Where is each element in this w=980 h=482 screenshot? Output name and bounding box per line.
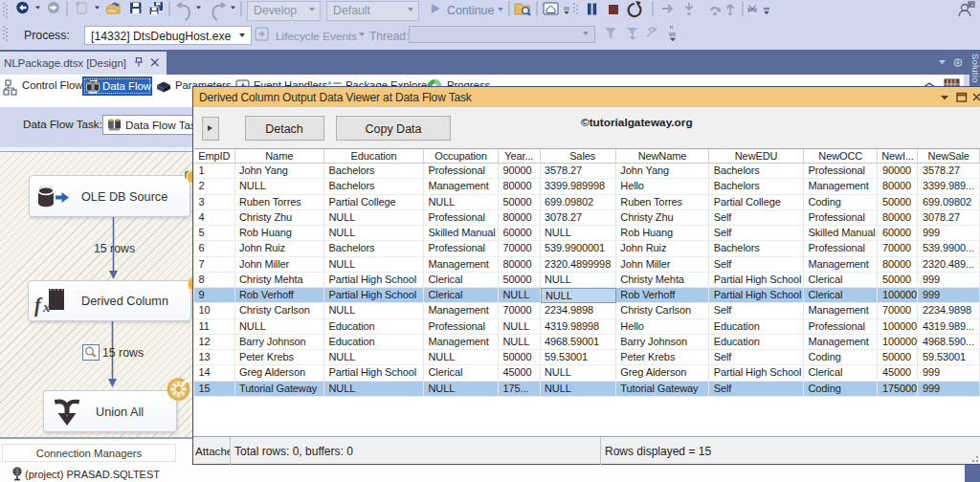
svg-text:f: f: [34, 295, 43, 317]
svg-text:x: x: [42, 299, 51, 315]
